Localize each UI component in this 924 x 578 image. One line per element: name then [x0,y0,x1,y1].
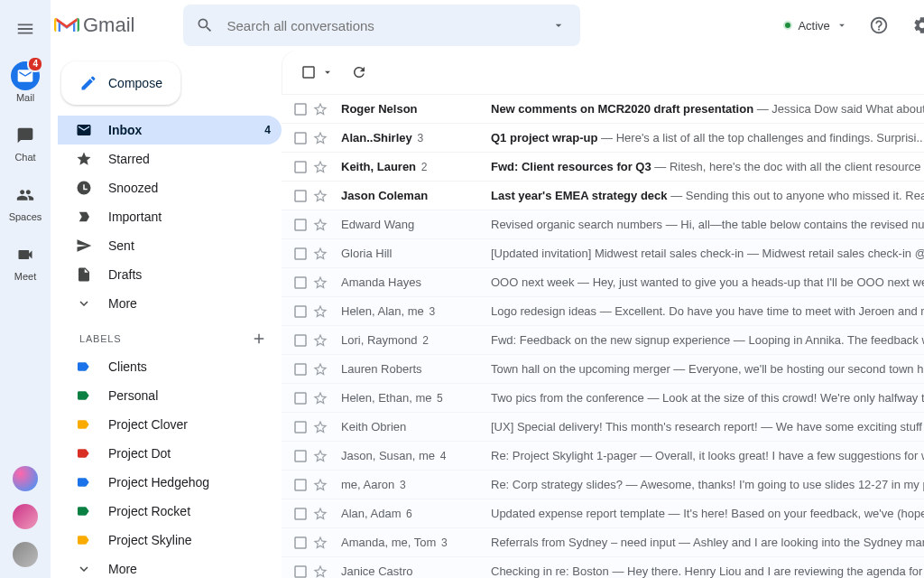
compose-label: Compose [108,76,162,90]
row-star[interactable] [312,332,334,349]
star-outline-icon [312,535,328,551]
rail-chat[interactable]: Chat [0,114,51,170]
rail-spaces[interactable]: Spaces [0,173,51,229]
sidebar-label-project-skyline[interactable]: Project Skyline [58,526,282,555]
row-star[interactable] [312,303,334,320]
row-checkbox[interactable] [292,159,310,175]
row-checkbox[interactable] [292,217,310,233]
rail-meet[interactable]: Meet [0,233,51,289]
message-row[interactable]: Alan..Shirley 3 Q1 project wrap-up — Her… [282,124,924,153]
message-row[interactable]: Keith, Lauren 2 Fwd: Client resources fo… [282,153,924,182]
settings-button[interactable] [904,7,924,43]
row-checkbox[interactable] [292,188,310,204]
message-row[interactable]: Helen, Alan, me 3 Logo redesign ideas — … [282,297,924,326]
row-checkbox[interactable] [292,246,310,262]
row-checkbox[interactable] [292,477,310,493]
sidebar-item-label: Project Dot [108,446,271,461]
row-star[interactable] [312,390,334,406]
checkbox-icon [292,217,309,233]
chat-contact-3[interactable] [13,542,38,567]
add-label-button[interactable] [251,331,267,347]
row-checkbox[interactable] [292,101,310,117]
refresh-button[interactable] [343,56,375,89]
row-star[interactable] [312,448,334,464]
row-star[interactable] [312,246,334,262]
sidebar-label-project-rocket[interactable]: Project Rocket [58,497,282,526]
chat-contact-1[interactable] [13,466,38,491]
compose-button[interactable]: Compose [61,61,180,105]
row-star[interactable] [312,419,334,435]
row-star[interactable] [312,101,334,117]
message-row[interactable]: Jason Coleman Last year's EMEA strategy … [282,182,924,210]
row-subject: Updated expense report template [491,507,665,520]
message-row[interactable]: Alan, Adam 6 Updated expense report temp… [282,499,924,528]
search-options-button[interactable] [542,9,575,42]
select-dropdown-caret-icon[interactable] [321,66,334,79]
sidebar-item-label: Sent [108,238,271,253]
row-star[interactable] [312,275,334,291]
row-snippet: Sending this out to anyone who missed it… [686,189,924,202]
message-row[interactable]: Lori, Raymond 2 Fwd: Feedback on the new… [282,326,924,355]
message-row[interactable]: Keith Obrien [UX] Special delivery! This… [282,413,924,442]
message-row[interactable]: me, Aaron 3 Re: Corp strategy slides? — … [282,471,924,499]
search-bar[interactable] [183,5,580,46]
status-chip[interactable]: Active [781,15,849,36]
row-snippet: Hi, all—the table below contains the rev… [680,218,924,231]
sidebar-labels-more[interactable]: More [58,555,282,578]
row-checkbox[interactable] [292,419,310,435]
message-row[interactable]: Janice Castro Checking in re: Boston — H… [282,557,924,578]
sidebar-label-project-clover[interactable]: Project Clover [58,410,282,439]
row-checkbox[interactable] [292,506,310,522]
row-checkbox[interactable] [292,130,310,146]
app-logo[interactable]: Gmail [54,14,171,37]
message-row[interactable]: Gloria Hill [Updated invitation] Midwest… [282,239,924,268]
row-star[interactable] [312,361,334,378]
row-checkbox[interactable] [292,448,310,464]
support-button[interactable] [861,7,897,43]
row-star[interactable] [312,188,334,204]
sidebar-item-inbox[interactable]: Inbox4 [58,116,282,144]
sidebar-item-snoozed[interactable]: Snoozed [58,173,282,202]
sidebar-label-project-hedgehog[interactable]: Project Hedgehog [58,468,282,497]
sidebar-label-personal[interactable]: Personal [58,381,282,410]
rail-mail[interactable]: 4 Mail [0,54,51,110]
label-icon [76,475,90,489]
checkbox-icon [292,246,309,262]
row-star[interactable] [312,535,334,551]
sidebar-item-more[interactable]: More [58,289,282,318]
row-checkbox[interactable] [292,361,310,378]
row-checkbox[interactable] [292,535,310,551]
row-star[interactable] [312,217,334,233]
message-row[interactable]: Roger Nelson New comments on MCR2020 dra… [282,95,924,124]
main-menu-button[interactable] [4,7,47,51]
row-checkbox[interactable] [292,390,310,406]
row-star[interactable] [312,477,334,493]
sidebar-item-drafts[interactable]: Drafts [58,260,282,289]
search-input[interactable] [221,18,542,33]
message-row[interactable]: Edward Wang Revised organic search numbe… [282,210,924,239]
row-checkbox[interactable] [292,275,310,291]
sidebar-label-project-dot[interactable]: Project Dot [58,439,282,468]
row-star[interactable] [312,564,334,579]
star-outline-icon [312,217,328,233]
chat-contact-2[interactable] [13,504,38,529]
select-all-checkbox[interactable] [292,56,325,89]
row-checkbox[interactable] [292,303,310,320]
search-icon-button[interactable] [189,9,221,42]
row-star[interactable] [312,506,334,522]
row-star[interactable] [312,159,334,175]
message-row[interactable]: Amanda, me, Tom 3 Referrals from Sydney … [282,528,924,557]
row-checkbox[interactable] [292,564,310,579]
message-row[interactable]: Amanda Hayes OOO next week — Hey, just w… [282,268,924,297]
row-snippet: Ashley and I are looking into the Sydney… [693,536,924,549]
row-star[interactable] [312,130,334,146]
row-checkbox[interactable] [292,332,310,349]
sidebar-label-clients[interactable]: Clients [58,352,282,381]
checkbox-icon [292,130,309,146]
sidebar-item-sent[interactable]: Sent [58,231,282,260]
sidebar-item-starred[interactable]: Starred [58,144,282,173]
message-row[interactable]: Helen, Ethan, me 5 Two pics from the con… [282,384,924,413]
message-row[interactable]: Lauren Roberts Town hall on the upcoming… [282,355,924,384]
sidebar-item-important[interactable]: Important [58,202,282,231]
message-row[interactable]: Jason, Susan, me 4 Re: Project Skylight … [282,442,924,471]
